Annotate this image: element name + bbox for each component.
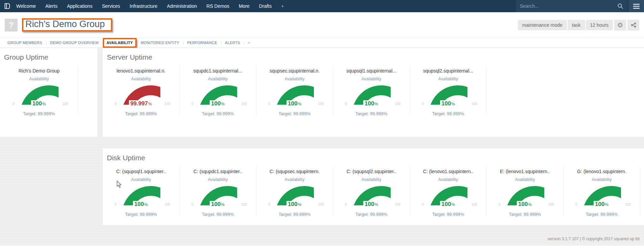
section-server-uptime: Server Uptime lenovo1.squpinternal.n. Av… [103, 48, 644, 137]
card-target-label: Target: 99.999% [333, 212, 410, 217]
gauge-max-label: 100 [164, 102, 170, 106]
availability-gauge: 0 100 100% [187, 186, 248, 207]
gauge-min-label: 0 [13, 102, 15, 106]
card-entity-name: squpsec.squpinternal.n. [256, 68, 333, 74]
hamburger-menu-button[interactable] [628, 0, 644, 12]
tab-add[interactable]: + [245, 41, 254, 45]
search-icon[interactable] [617, 3, 623, 9]
gauge-max-label: 100 [241, 102, 247, 106]
dashboard-page: WelcomeAlertsApplicationsServicesInfrast… [0, 0, 644, 246]
availability-gauge: 0 100 100% [187, 85, 248, 106]
gauge-max-label: 100 [625, 203, 631, 206]
search-input[interactable] [520, 3, 617, 9]
gauge-value: 100% [440, 100, 456, 107]
card-target-label: Target: 99.999% [103, 212, 179, 217]
nav-item-drafts[interactable]: Drafts [259, 3, 272, 9]
tab-alerts[interactable]: ALERTS [222, 41, 243, 45]
nav-item-alerts[interactable]: Alerts [45, 3, 58, 9]
availability-card[interactable]: squpsec.squpinternal.n. Availability 0 1… [256, 66, 333, 116]
gear-icon: ⚙ [617, 22, 623, 28]
gauge-min-label: 0 [345, 102, 347, 106]
card-target-label: Target: 99.999% [487, 212, 563, 217]
availability-gauge: 0 100 100% [341, 85, 402, 106]
gauge-value: 100% [517, 201, 533, 208]
availability-gauge: 0 100 100% [418, 85, 479, 106]
gauge-value: 100% [363, 201, 380, 208]
nav-item-welcome[interactable]: Welcome [16, 3, 36, 9]
availability-gauge: 0 100 100% [495, 186, 555, 207]
header-button-group: maintenance mode task 12 hours [518, 20, 613, 30]
tab-performance[interactable]: PERFORMANCE [184, 41, 221, 45]
card-target-label: Target: 99.999% [256, 111, 333, 116]
availability-card[interactable]: Rich's Demo Group Availability 0 100 100… [0, 66, 78, 116]
settings-button[interactable]: ⚙ [614, 20, 626, 30]
gauge-value: 100% [363, 100, 380, 107]
group-uptime-cards: Rich's Demo Group Availability 0 100 100… [0, 66, 97, 116]
nav-item-infrastructure[interactable]: Infrastructure [130, 3, 157, 9]
nav-item-more[interactable]: More [239, 3, 250, 9]
nav-menu: WelcomeAlertsApplicationsServicesInfrast… [14, 0, 284, 12]
gauge-min-label: 0 [345, 203, 347, 206]
availability-card[interactable]: squpdc1.squpinternal... Availability 0 1… [180, 66, 256, 116]
availability-card[interactable]: C: (squpsec.squpintern. Availability 0 1… [256, 167, 333, 217]
card-metric-label: Availability [103, 77, 179, 81]
availability-gauge: 0 100 100% [111, 186, 171, 207]
gauge-max-label: 100 [318, 203, 324, 206]
nav-item-rs-demos[interactable]: RS Demos [206, 3, 229, 9]
card-entity-name: squpsql2.squpinternal... [410, 68, 486, 74]
gauge-max-label: 100 [241, 203, 247, 206]
task-button[interactable]: task [568, 20, 585, 30]
card-target-label: Target: 99.999% [0, 111, 78, 116]
tab-monitored-entity[interactable]: MONITORED ENTITY [137, 41, 183, 45]
availability-gauge: 0 100 100% [341, 186, 402, 207]
card-target-label: Target: 99.999% [410, 212, 486, 217]
share-icon [631, 22, 636, 28]
gauge-value: 100% [594, 201, 610, 208]
card-target-label: Target: 99.999% [180, 111, 256, 116]
card-entity-name: squpdc1.squpinternal... [180, 68, 256, 74]
dashboard-tabbar: GROUP MEMBERS|DEMO GROUP OVERVIEW|AVAILA… [0, 38, 644, 48]
squaredup-logo-icon [3, 2, 11, 10]
search-box[interactable] [516, 0, 627, 12]
card-target-label: Target: 99.999% [103, 111, 179, 116]
card-entity-name: squpsql1.squpinternal... [333, 68, 410, 74]
nav-item-applications[interactable]: Applications [67, 3, 93, 9]
share-button[interactable] [627, 20, 639, 30]
nav-item-add[interactable]: + [281, 3, 284, 9]
card-target-label: Target: 99.999% [410, 111, 486, 116]
tab-group-members[interactable]: GROUP MEMBERS [4, 41, 46, 45]
availability-card[interactable]: lenovo1.squpinternal.n. Availability 0 1… [103, 66, 180, 116]
nav-item-administration[interactable]: Administration [167, 3, 197, 9]
card-metric-label: Availability [180, 77, 256, 81]
help-icon[interactable]: ? [5, 19, 18, 32]
card-metric-label: Availability [256, 177, 333, 182]
section-group-uptime: Group Uptime Rich's Demo Group Availabil… [0, 48, 97, 137]
maintenance-mode-button[interactable]: maintenance mode [518, 20, 567, 30]
availability-card[interactable]: C: (squpdc1.squpinter.. Availability 0 1… [180, 167, 256, 217]
gauge-max-label: 100 [472, 102, 477, 106]
timeframe-button[interactable]: 12 hours [586, 20, 613, 30]
tab-demo-group-overview[interactable]: DEMO GROUP OVERVIEW [47, 41, 102, 45]
card-metric-label: Availability [487, 177, 563, 182]
card-target-label: Target: 99.999% [564, 212, 640, 217]
section-disk-uptime: Disk Uptime C: (squpsql1.squpinter.. Ava… [103, 148, 644, 225]
gauge-max-label: 100 [164, 203, 170, 206]
gauge-min-label: 0 [422, 102, 424, 106]
availability-gauge: 0 100 100% [9, 85, 70, 106]
availability-card[interactable]: C: (lenovo1.squpintern.. Availability 0 … [410, 167, 487, 217]
disk-uptime-cards: C: (squpsql1.squpinter.. Availability 0 … [103, 167, 644, 217]
availability-card[interactable]: squpsql1.squpinternal... Availability 0 … [333, 66, 410, 116]
availability-card[interactable]: squpsql2.squpinternal... Availability 0 … [410, 66, 487, 116]
card-target-label: Target: 99.999% [180, 212, 256, 217]
availability-card[interactable]: G: (lenovo1.squpintern. Availability 0 1… [564, 167, 640, 217]
squaredup-logo[interactable] [0, 0, 14, 12]
tab-availability[interactable]: AVAILABILITY [103, 41, 136, 45]
card-target-label: Target: 99.999% [333, 111, 410, 116]
availability-card[interactable]: C: (squpsql2.squpinter.. Availability 0 … [333, 167, 410, 217]
availability-card[interactable]: C: (squpsql1.squpinter.. Availability 0 … [103, 167, 180, 217]
availability-gauge: 0 100 100% [264, 186, 325, 207]
card-metric-label: Availability [410, 77, 486, 81]
availability-card[interactable]: E: (lenovo1.squpintern.. Availability 0 … [487, 167, 564, 217]
nav-item-services[interactable]: Services [102, 3, 120, 9]
gauge-value: 100% [210, 100, 226, 107]
